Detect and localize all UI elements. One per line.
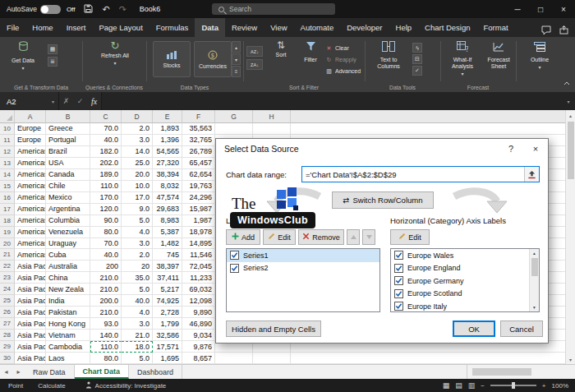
cell[interactable]: 70.0 (90, 238, 122, 250)
checkbox-checked-icon[interactable] (394, 302, 403, 311)
sort-descending-icon[interactable]: ZA↓ (246, 59, 263, 70)
cell[interactable] (253, 353, 291, 364)
ribbon-tab-view[interactable]: View (264, 18, 293, 37)
series-item[interactable]: Series1 (227, 249, 380, 262)
scrollbar-thumb[interactable] (531, 258, 538, 276)
edit-series-button[interactable]: Edit (263, 229, 296, 245)
cell[interactable]: 1,482 (153, 238, 182, 250)
cell[interactable]: 38,397 (153, 261, 182, 272)
cell[interactable]: Chile (46, 181, 90, 192)
add-series-button[interactable]: Add (226, 229, 260, 245)
column-header-h[interactable]: H (253, 110, 291, 123)
advanced-filter-button[interactable]: ▥Advanced (325, 66, 361, 76)
cancel-entry-icon[interactable]: ✗ (59, 92, 73, 110)
cell[interactable]: 62,654 (182, 169, 215, 181)
autosave-control[interactable]: AutoSave Off (7, 5, 75, 14)
cell[interactable]: Hong Kong (46, 318, 90, 330)
cell[interactable]: 9.0 (122, 204, 153, 215)
search-input[interactable]: Search (212, 3, 335, 15)
cell[interactable]: 9,034 (182, 330, 215, 341)
checkbox-checked-icon[interactable] (230, 264, 239, 273)
row-header[interactable]: 20 (0, 238, 15, 250)
existing-connections-icon[interactable]: ≣ (48, 57, 58, 67)
refresh-all-button[interactable]: ↻ Refresh All ▾ (95, 40, 135, 66)
cell[interactable]: Asia Pac (15, 341, 46, 353)
cell[interactable]: Europe (15, 123, 46, 135)
cell[interactable]: 32,586 (153, 330, 182, 341)
cell[interactable]: 35.0 (122, 272, 153, 284)
cell[interactable] (215, 353, 253, 364)
share-icon[interactable] (559, 23, 568, 38)
horizontal-scrollbar[interactable] (467, 365, 575, 379)
forecast-sheet-button[interactable]: Forecast Sheet (483, 40, 514, 70)
cell[interactable]: Americas (15, 181, 46, 192)
collapse-ribbon-icon[interactable] (564, 74, 570, 89)
cell[interactable]: Americas (15, 146, 46, 158)
stocks-data-type[interactable]: Stocks (153, 41, 191, 77)
cell[interactable]: 17.0 (122, 192, 153, 204)
row-header[interactable]: 11 (0, 135, 15, 146)
cell[interactable]: 1,893 (153, 123, 182, 135)
insert-function-button[interactable]: fx (87, 92, 101, 110)
cell[interactable]: 5.0 (122, 353, 153, 364)
cell[interactable]: Cambodia (46, 341, 90, 353)
gallery-down-icon[interactable]: ▾ (232, 53, 241, 65)
ribbon-tab-help[interactable]: Help (389, 18, 419, 37)
cell[interactable]: 25.0 (122, 158, 153, 169)
cell[interactable]: 17,571 (153, 341, 182, 353)
column-header-g[interactable]: G (215, 110, 253, 123)
row-header[interactable]: 24 (0, 284, 15, 295)
get-data-button[interactable]: Get Data ▾ (5, 40, 41, 71)
cell[interactable] (253, 123, 291, 135)
cell[interactable]: Asia Pac (15, 284, 46, 295)
cell[interactable]: Uraguay (46, 238, 90, 250)
cell[interactable]: 5,387 (153, 227, 182, 238)
remove-duplicates-icon[interactable]: ⊟ (412, 54, 422, 64)
row-header[interactable]: 27 (0, 318, 15, 330)
column-header-c[interactable]: C (90, 110, 122, 123)
scroll-down-icon[interactable]: ▾ (533, 303, 536, 311)
ribbon-tab-format[interactable]: Format (477, 18, 515, 37)
cell[interactable]: Argentina (46, 204, 90, 215)
cell[interactable]: 202.0 (90, 158, 122, 169)
checkbox-checked-icon[interactable] (394, 251, 403, 260)
cell[interactable]: Americas (15, 238, 46, 250)
cell[interactable]: 40.0 (122, 295, 153, 307)
cell[interactable]: Asia Pac (15, 353, 46, 364)
cell[interactable]: 5.0 (122, 284, 153, 295)
ribbon-tab-formulas[interactable]: Formulas (150, 18, 196, 37)
cell[interactable]: 170.0 (90, 192, 122, 204)
cell[interactable] (215, 123, 253, 135)
row-header[interactable]: 10 (0, 123, 15, 135)
checkbox-checked-icon[interactable] (230, 251, 239, 260)
cell[interactable]: Americas (15, 215, 46, 227)
page-break-view-icon[interactable]: ▥ (468, 382, 476, 390)
chart-data-range-input[interactable]: ='Chart Data'!$A$2:$D$29 (301, 166, 540, 182)
redo-icon[interactable]: ↷ (119, 5, 126, 14)
row-header[interactable]: 28 (0, 330, 15, 341)
cell[interactable]: 69,032 (182, 284, 215, 295)
axis-label-item[interactable]: Europe Wales (391, 249, 529, 262)
cell[interactable]: 8,983 (153, 215, 182, 227)
remove-series-button[interactable]: Remove (298, 229, 344, 245)
dialog-close-button[interactable]: × (523, 139, 548, 159)
cell[interactable]: Americas (15, 158, 46, 169)
cell[interactable]: Canada (46, 169, 90, 181)
cell[interactable]: 80.0 (90, 353, 122, 364)
cell[interactable]: Brazil (46, 146, 90, 158)
cell[interactable]: 182.0 (90, 146, 122, 158)
currencies-data-type[interactable]: $ Currencies (194, 41, 232, 77)
cell[interactable]: 1,799 (153, 318, 182, 330)
status-calculate[interactable]: Calculate (38, 382, 65, 390)
cell[interactable]: 120.0 (90, 204, 122, 215)
scroll-up-icon[interactable]: ▴ (533, 249, 536, 257)
dialog-help-button[interactable]: ? (499, 139, 523, 159)
name-box[interactable]: A2 (0, 92, 48, 110)
cell[interactable]: Americas (15, 192, 46, 204)
cell[interactable]: 14,895 (182, 238, 215, 250)
cell[interactable]: USA (46, 158, 90, 169)
row-header[interactable]: 23 (0, 272, 15, 284)
sheet-tab-chart-data[interactable]: Chart Data (75, 365, 130, 379)
gallery-more-icon[interactable]: ≡ (232, 66, 241, 77)
cell[interactable]: 15,987 (182, 204, 215, 215)
